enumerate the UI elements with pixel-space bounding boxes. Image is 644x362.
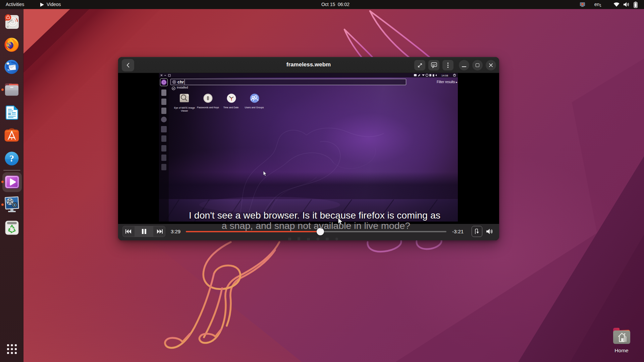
svg-text:?: ? — [9, 153, 14, 164]
svg-text:14:08: 14:08 — [441, 74, 448, 77]
